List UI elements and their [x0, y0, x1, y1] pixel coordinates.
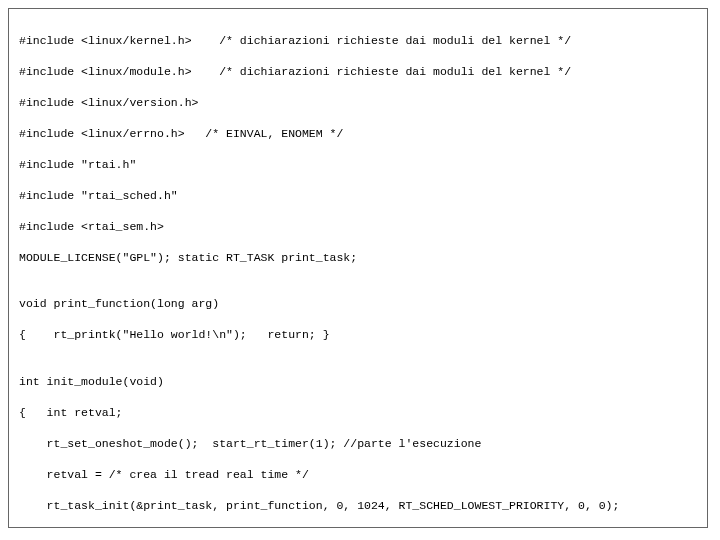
code-line: rt_set_oneshot_mode(); start_rt_timer(1)… [19, 436, 697, 452]
code-line: rt_task_init(&print_task, print_function… [19, 498, 697, 514]
code-line: #include <linux/module.h> /* dichiarazio… [19, 64, 697, 80]
code-line: #include <linux/errno.h> /* EINVAL, ENOM… [19, 126, 697, 142]
code-line: retval = /* crea il tread real time */ [19, 467, 697, 483]
code-line: #include <rtai_sem.h> [19, 219, 697, 235]
code-line: #include "rtai.h" [19, 157, 697, 173]
code-line: MODULE_LICENSE("GPL"); static RT_TASK pr… [19, 250, 697, 266]
code-line: #include "rtai_sched.h" [19, 188, 697, 204]
code-line: { int retval; [19, 405, 697, 421]
code-line: { rt_printk("Hello world!\n"); return; } [19, 327, 697, 343]
code-line: int init_module(void) [19, 374, 697, 390]
code-line: #include <linux/kernel.h> /* dichiarazio… [19, 33, 697, 49]
code-line: #include <linux/version.h> [19, 95, 697, 111]
code-line: void print_function(long arg) [19, 296, 697, 312]
code-box: #include <linux/kernel.h> /* dichiarazio… [8, 8, 708, 528]
